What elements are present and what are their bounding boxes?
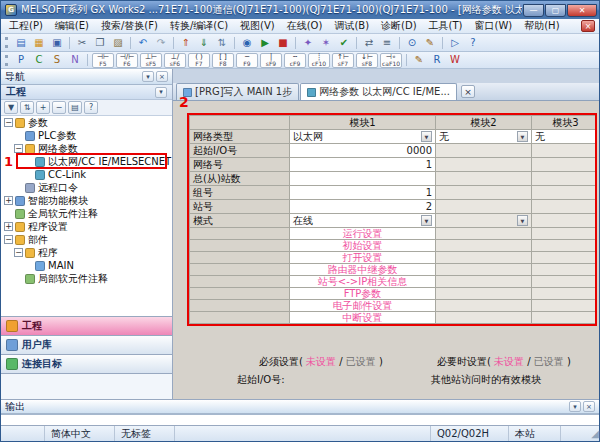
menu-item-3[interactable]: 转换/编译(C) — [164, 19, 234, 33]
tree-item-intelligent-function-module[interactable]: +智能功能模块 — [1, 194, 172, 207]
note-icon[interactable]: N — [66, 53, 84, 68]
collapse-icon[interactable]: − — [4, 235, 13, 244]
redo-icon[interactable]: ↷ — [152, 35, 170, 50]
navigation-section-bar[interactable]: 工程 ▾ — [1, 85, 172, 100]
setting-link-7[interactable]: 中断设置 — [290, 312, 436, 324]
tree-view-menu-icon[interactable]: ▤ — [68, 101, 82, 114]
module1-cell[interactable]: 在线▼ — [290, 214, 436, 228]
tree-item-pou[interactable]: −部件 — [1, 233, 172, 246]
module2-cell[interactable] — [436, 158, 532, 172]
tree-item-parameter[interactable]: −参数 — [1, 116, 172, 129]
mdi-close-button[interactable]: × — [581, 20, 595, 32]
zoom-icon[interactable]: ⊙ — [403, 35, 421, 50]
module3-cell[interactable] — [532, 158, 597, 172]
menu-item-6[interactable]: 调试(B) — [328, 19, 375, 33]
undo-icon[interactable]: ↶ — [134, 35, 152, 50]
delete-horizontal-line-icon[interactable]: ╌cF9 — [284, 53, 306, 68]
setting-link-4[interactable]: 站号<->IP相关信息 — [290, 276, 436, 288]
expand-all-icon[interactable]: + — [36, 101, 50, 114]
tree-item-cc-link[interactable]: CC-Link — [1, 168, 172, 181]
tree-item-plc-parameter[interactable]: PLC参数 — [1, 129, 172, 142]
cut-icon[interactable]: ✂ — [73, 35, 91, 50]
tree-item-global-device-comment[interactable]: 全局软元件注释 — [1, 207, 172, 220]
toolbar-grip[interactable] — [5, 55, 8, 66]
statement-icon[interactable]: S — [48, 53, 66, 68]
start-simulation-icon[interactable]: ▷ — [446, 35, 464, 50]
collapse-icon[interactable]: − — [14, 144, 23, 153]
expand-icon[interactable]: + — [4, 222, 13, 231]
module3-cell[interactable] — [532, 200, 597, 214]
coil-icon[interactable]: ( )F7 — [188, 53, 210, 68]
module2-cell[interactable] — [436, 200, 532, 214]
module2-cell[interactable]: 无▼ — [436, 130, 532, 144]
parameter-setting-icon[interactable]: P — [12, 53, 30, 68]
tree-item-program-setting[interactable]: +程序设置 — [1, 220, 172, 233]
help-icon[interactable]: ? — [464, 35, 482, 50]
dropdown-arrow-icon[interactable]: ▼ — [517, 215, 528, 226]
menu-item-8[interactable]: 工具(T) — [423, 19, 469, 33]
titlebar[interactable]: G MELSOFT系列 GX Works2 ...71E71-100通信(QJ7… — [1, 1, 599, 19]
collapse-icon[interactable]: − — [4, 118, 13, 127]
nav-window-menu-icon[interactable]: ▾ — [142, 71, 154, 82]
open-contact-icon[interactable]: ⊣⊢F5 — [92, 53, 114, 68]
device-comment-icon[interactable]: C — [30, 53, 48, 68]
module1-cell[interactable]: 1 — [290, 158, 436, 172]
monitor-start-icon[interactable]: ▶ — [256, 35, 274, 50]
write-to-plc-icon[interactable]: ⇑ — [177, 35, 195, 50]
pulse-close-contact-icon[interactable]: ↓⊢sF8 — [356, 53, 378, 68]
module1-cell[interactable]: 以太网▼ — [290, 130, 436, 144]
dropdown-arrow-icon[interactable]: ▼ — [421, 131, 432, 142]
module2-cell[interactable] — [436, 172, 532, 186]
nav-close-icon[interactable]: × — [156, 71, 168, 82]
delete-vertical-line-icon[interactable]: ┊cF10 — [308, 53, 330, 68]
toolbar-grip[interactable] — [5, 37, 8, 48]
menu-item-2[interactable]: 搜索/替换(F) — [95, 19, 164, 33]
tab-main-program[interactable]: [PRG]写入 MAIN 1步 — [176, 83, 299, 100]
device-list-icon[interactable]: ≡ — [378, 35, 396, 50]
pulse-open-contact-icon[interactable]: ↑⊢sF7 — [332, 53, 354, 68]
monitor-stop-icon[interactable]: ■ — [274, 35, 292, 50]
expand-icon[interactable]: + — [4, 196, 13, 205]
setting-link-6[interactable]: 电子邮件设置 — [290, 300, 436, 312]
build-icon[interactable]: ✦ — [299, 35, 317, 50]
module2-cell[interactable]: ▼ — [436, 214, 532, 228]
module1-cell[interactable]: 1 — [290, 186, 436, 200]
dropdown-arrow-icon[interactable]: ▼ — [517, 131, 528, 142]
module3-cell[interactable] — [532, 172, 597, 186]
close-contact-icon[interactable]: ⊣/⊢F6 — [116, 53, 138, 68]
cross-reference-icon[interactable]: ⇄ — [360, 35, 378, 50]
monitor-mode-icon[interactable]: ◉ — [238, 35, 256, 50]
program-check-icon[interactable]: ✔ — [335, 35, 353, 50]
rebuild-all-icon[interactable]: ✶ — [317, 35, 335, 50]
tree-filter-icon[interactable]: ▼ — [4, 101, 18, 114]
module3-cell[interactable] — [532, 144, 597, 158]
copy-icon[interactable]: ❐ — [91, 35, 109, 50]
menu-item-10[interactable]: 帮助(H) — [518, 19, 565, 33]
module3-cell[interactable]: 无 — [532, 130, 597, 144]
section-menu-icon[interactable]: ▾ — [155, 87, 167, 98]
module3-cell[interactable] — [532, 214, 597, 228]
output-menu-icon[interactable]: ▾ — [569, 401, 581, 412]
nav-view-project[interactable]: 工程 — [1, 316, 172, 335]
setting-link-5[interactable]: FTP参数 — [290, 288, 436, 300]
maximize-button[interactable]: ▢ — [545, 4, 566, 17]
tree-help-icon[interactable]: ? — [84, 101, 98, 114]
menu-item-1[interactable]: 编辑(E) — [49, 19, 95, 33]
application-instruction-icon[interactable]: [ ]F8 — [212, 53, 234, 68]
invert-operation-results-icon[interactable]: ⊣∘caF10 — [380, 53, 402, 68]
edit-mode-icon[interactable]: ✎ — [410, 53, 428, 68]
module3-cell[interactable] — [532, 186, 597, 200]
save-project-icon[interactable]: ▣ — [48, 35, 66, 50]
setting-link-3[interactable]: 路由器中继参数 — [290, 264, 436, 276]
setting-link-1[interactable]: 初始设置 — [290, 240, 436, 252]
read-from-plc-icon[interactable]: ⇓ — [195, 35, 213, 50]
minimize-button[interactable]: — — [523, 4, 544, 17]
tree-item-network-parameter[interactable]: −网络参数 — [1, 142, 172, 155]
menu-item-7[interactable]: 诊断(D) — [375, 19, 423, 33]
module1-cell[interactable] — [290, 172, 436, 186]
paste-icon[interactable]: ▨ — [109, 35, 127, 50]
module1-cell[interactable]: 2 — [290, 200, 436, 214]
module2-cell[interactable] — [436, 144, 532, 158]
tree-item-ethernet-cc-ie-melsecnet[interactable]: 以太网/CC IE/MELSECNET — [1, 155, 172, 168]
nav-view-user-library[interactable]: 用户库 — [1, 335, 172, 354]
